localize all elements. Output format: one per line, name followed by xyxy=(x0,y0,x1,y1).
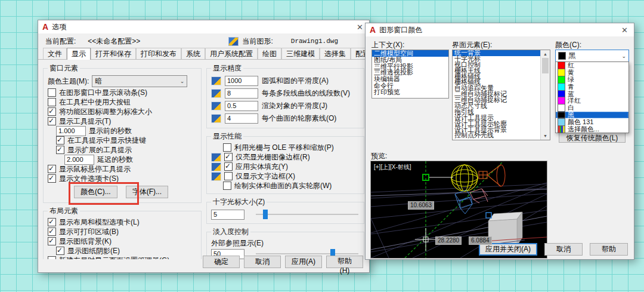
window-elements-group: 窗口元素 颜色主题(M): 暗 ⌄ 在图形窗口中显示滚动条(S)在工具栏中使用大… xyxy=(43,63,202,203)
checkbox-row[interactable]: 显示鼠标悬停工具提示 xyxy=(48,164,197,174)
checkbox[interactable] xyxy=(223,182,231,190)
color-option[interactable]: 黄 xyxy=(556,69,628,76)
checkbox-row[interactable]: 显示扩展的工具提示 xyxy=(56,145,197,155)
checkbox-row[interactable]: 在图形窗口中显示滚动条(S) xyxy=(48,88,197,97)
checkbox-row[interactable]: 仅亮显光栅图像边框(R) xyxy=(211,152,360,162)
colors-body: 上下文(X): 界面元素(E): 颜色(C): 二维模型空间图纸/布局三维平行投… xyxy=(366,36,634,259)
scrollbar[interactable]: ▲ ▼ xyxy=(540,50,550,140)
tab[interactable]: 选择集 xyxy=(320,48,351,59)
elements-label: 界面元素(E): xyxy=(452,40,492,50)
checkbox[interactable] xyxy=(224,172,233,180)
scroll-thumb[interactable] xyxy=(542,58,549,73)
dialog-button[interactable]: 应用并关闭(A) xyxy=(479,243,537,256)
color-dropdown-list[interactable]: 红黄绿青蓝洋红白黑颜色 131选择颜色... xyxy=(555,62,629,133)
close-icon[interactable]: ✕ xyxy=(620,26,630,35)
checkbox[interactable] xyxy=(48,256,56,259)
color-theme-select[interactable]: 暗 ⌄ xyxy=(92,75,187,87)
colors-titlebar[interactable]: A 图形窗口颜色 ✕ xyxy=(366,23,634,36)
checkbox[interactable] xyxy=(48,88,56,97)
autosnap-marker-blue xyxy=(486,213,491,218)
context-list[interactable]: 二维模型空间图纸/布局三维平行投影三维透视投影块编辑器命令行打印预览 xyxy=(371,50,449,99)
list-item[interactable]: 打印预览 xyxy=(372,89,448,96)
checkbox-row[interactable]: 将功能区图标调整为标准大小 xyxy=(48,107,197,116)
color-option[interactable]: 洋红 xyxy=(556,97,628,104)
checkbox-row[interactable]: 显示图纸阴影(E) xyxy=(56,246,197,256)
checkbox[interactable] xyxy=(48,237,56,245)
list-item[interactable]: 控制点外壳线 xyxy=(453,133,540,139)
scroll-down-icon[interactable]: ▼ xyxy=(543,132,547,140)
dialog-button[interactable]: 确定 xyxy=(203,256,240,268)
resolution-row: 4每个曲面的轮廓素线(O) xyxy=(211,112,360,125)
tab[interactable]: 绘图 xyxy=(258,48,281,59)
preview-label: 预览: xyxy=(371,151,387,161)
color-option[interactable]: 蓝 xyxy=(556,90,628,97)
colors-button[interactable]: 颜色(C)... xyxy=(74,186,117,198)
tab[interactable]: 用户系统配置 xyxy=(205,48,258,59)
dialog-button[interactable]: 帮助 xyxy=(590,243,628,256)
checkbox[interactable] xyxy=(48,218,56,226)
current-profile-label: 当前配置: xyxy=(45,36,76,47)
checkbox[interactable] xyxy=(48,174,56,183)
resolution-input[interactable]: 0.5 xyxy=(225,101,258,111)
checkbox-label: 在工具栏中使用大按钮 xyxy=(59,97,131,107)
checkbox[interactable] xyxy=(224,153,233,161)
crosshair-size-slider[interactable] xyxy=(255,209,360,220)
checkbox[interactable] xyxy=(48,107,56,116)
checkbox-row[interactable]: 在工具提示中显示快捷键 xyxy=(56,136,197,145)
checkbox-row[interactable]: 显示工具提示(T) xyxy=(48,116,197,126)
color-option[interactable]: 红 xyxy=(556,62,628,69)
tab[interactable]: 系统 xyxy=(181,48,205,59)
checkbox-row[interactable]: 显示图纸背景(K) xyxy=(48,236,197,246)
checkbox[interactable] xyxy=(48,117,56,125)
checkbox[interactable] xyxy=(56,146,64,154)
dialog-button[interactable]: 取消 xyxy=(244,256,281,268)
checkbox[interactable] xyxy=(48,98,56,106)
checkbox[interactable] xyxy=(56,136,64,145)
sphere-glyph xyxy=(451,165,478,191)
tab[interactable]: 显示 xyxy=(67,48,91,60)
resolution-input[interactable]: 4 xyxy=(225,113,258,124)
checkbox-row[interactable]: 仅显示文字边框(X) xyxy=(211,171,360,181)
color-option[interactable]: 绿 xyxy=(556,76,628,84)
options-header: 当前配置: <<未命名配置>> 当前图形: Drawing1.dwg xyxy=(38,33,369,48)
color-combobox[interactable]: 黑 ⌄ xyxy=(555,50,629,62)
checkbox[interactable] xyxy=(48,228,56,236)
close-icon[interactable]: ✕ xyxy=(355,23,365,32)
tab[interactable]: 三维建模 xyxy=(281,48,320,59)
checkbox-row[interactable]: 显示可打印区域(B) xyxy=(48,227,197,236)
checkbox[interactable] xyxy=(224,162,233,171)
dialog-button[interactable]: 取消 xyxy=(544,243,583,256)
tab[interactable]: 打印和发布 xyxy=(136,48,181,59)
resolution-input[interactable]: 8 xyxy=(225,88,258,99)
crosshair xyxy=(415,228,436,251)
tooltip-delay-input[interactable]: 2.000 xyxy=(64,155,94,165)
checkbox-row[interactable]: 新建布局时显示页面设置管理器(G) xyxy=(48,256,197,259)
interface-elements-list[interactable]: 统一背景十字光标视口控制栅格主线栅格辅线栅格轴线自动追踪矢量二维自动捕捉标记三维… xyxy=(452,50,550,140)
checkbox[interactable] xyxy=(48,165,56,173)
options-titlebar[interactable]: A 选项 ✕ xyxy=(38,20,369,33)
checkbox[interactable] xyxy=(223,143,231,152)
checkbox-row[interactable]: 显示布局和模型选项卡(L) xyxy=(48,217,197,227)
color-option[interactable]: 白 xyxy=(556,104,628,112)
tab[interactable]: 打开和保存 xyxy=(91,48,136,59)
dialog-button[interactable]: 应用(A) xyxy=(285,256,322,268)
tab[interactable]: 文件 xyxy=(43,48,67,59)
resolution-label: 渲染对象的平滑度(J) xyxy=(262,101,327,111)
dialog-button[interactable]: 帮助(H) xyxy=(326,256,363,268)
checkbox-row[interactable]: 应用实体填充(Y) xyxy=(211,162,360,171)
slider-thumb[interactable] xyxy=(263,210,268,219)
color-swatch xyxy=(558,125,565,133)
checkbox-row[interactable]: 利用光栅与 OLE 平移和缩放(P) xyxy=(211,143,360,152)
resolution-input[interactable]: 1000 xyxy=(225,76,258,86)
checkbox[interactable] xyxy=(56,247,64,255)
checkbox-row[interactable]: 在工具栏中使用大按钮 xyxy=(48,97,197,107)
color-option[interactable]: 青 xyxy=(556,83,628,90)
color-option[interactable]: 选择颜色... xyxy=(556,125,628,133)
tooltip-seconds-input[interactable]: 1.000 xyxy=(56,126,86,136)
fonts-button[interactable]: 字体(F)... xyxy=(126,186,168,198)
scroll-up-icon[interactable]: ▲ xyxy=(543,50,547,58)
resolution-label: 每个曲面的轮廓素线(O) xyxy=(262,113,336,124)
crosshair-size-input[interactable]: 5 xyxy=(211,210,244,220)
checkbox-row[interactable]: 绘制实体和曲面的真实轮廓(W) xyxy=(211,181,360,190)
checkbox-row[interactable]: 显示文件选项卡(S) xyxy=(48,174,197,183)
